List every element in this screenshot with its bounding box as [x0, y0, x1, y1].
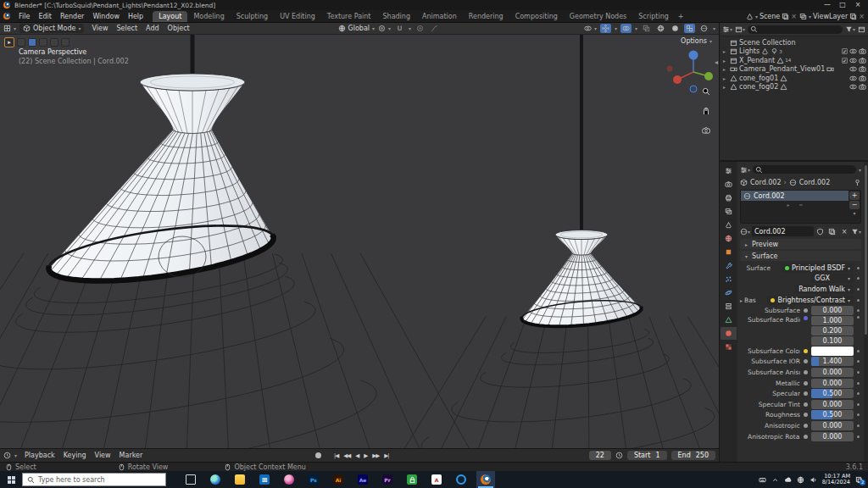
pan-tool-button[interactable] [700, 105, 712, 117]
property-vector-field[interactable]: 0.200 [811, 326, 854, 336]
preview-panel-header[interactable]: ▸Preview [740, 239, 861, 249]
maximize-button[interactable]: □ [836, 1, 849, 10]
select-mode-subtract[interactable] [39, 38, 47, 47]
falloff-dropdown[interactable] [429, 24, 440, 33]
onedrive-icon[interactable] [784, 476, 792, 484]
taskbar-app-edge[interactable] [206, 471, 225, 488]
use-preview-range-icon[interactable] [615, 452, 623, 459]
blender-menu-icon[interactable] [3, 13, 10, 19]
minimize-button[interactable]: — [821, 1, 834, 10]
tab-shading[interactable]: Shading [376, 11, 416, 22]
taskbar-app-store[interactable]: ⊞ [255, 471, 274, 488]
outliner-root-row[interactable]: Scene Collection [721, 38, 866, 47]
new-collection-button[interactable] [858, 25, 865, 33]
hide-viewport-toggle[interactable] [849, 65, 857, 73]
taskbar-app-file-explorer[interactable] [231, 471, 249, 488]
taskbar-app-photoshop[interactable]: Ps [304, 471, 323, 488]
action-center-button[interactable]: 2 [855, 476, 863, 484]
mode-dropdown[interactable]: Object Mode ▾ [19, 24, 84, 33]
breadcrumb-object[interactable]: Cord.002 [750, 179, 782, 186]
timeline-menu-marker[interactable]: Marker [115, 451, 147, 460]
tab-world[interactable] [721, 232, 737, 245]
expander-icon[interactable]: ▸ [740, 297, 743, 303]
outliner-search-input[interactable] [748, 25, 843, 34]
select-mode-intersect[interactable] [61, 38, 70, 47]
tab-output[interactable] [721, 191, 737, 204]
viewlayer-selector[interactable]: ▾ ViewLayer × [799, 13, 865, 20]
object-type-visibility-dropdown[interactable]: ▾ [584, 25, 597, 32]
selectability-checkbox[interactable]: ✓ [842, 48, 848, 54]
taskbar-search-input[interactable]: Type here to search [22, 473, 166, 486]
tab-rendering[interactable]: Rendering [463, 11, 509, 22]
tab-compositing[interactable]: Compositing [509, 11, 564, 22]
property-dropdown[interactable]: Brightness/Contrast▾ [767, 296, 854, 305]
touch-keyboard-icon[interactable] [759, 476, 766, 484]
surface-panel-header[interactable]: ▾Surface [740, 251, 861, 261]
taskbar-app-illustrator[interactable]: Ai [329, 471, 348, 488]
disable-render-toggle[interactable] [859, 47, 866, 55]
shading-solid-button[interactable] [670, 24, 681, 33]
material-name-field[interactable]: Cord.002 [752, 226, 814, 236]
tab-object-data[interactable] [721, 313, 737, 326]
xray-toggle[interactable] [641, 24, 652, 33]
volume-icon[interactable] [810, 476, 817, 484]
tab-constraints[interactable] [721, 300, 737, 313]
unlink-material-button[interactable]: × [839, 226, 849, 236]
close-button[interactable]: × [851, 1, 865, 10]
shading-wireframe-button[interactable] [655, 24, 666, 33]
timeline-menu-playback[interactable]: Playback [20, 451, 59, 460]
browse-material-dropdown[interactable]: ▾ [740, 228, 750, 236]
tab-tool[interactable] [721, 164, 737, 177]
shading-rendered-button[interactable] [698, 24, 709, 33]
tab-particles[interactable] [721, 273, 737, 286]
disable-render-toggle[interactable] [859, 83, 866, 91]
hide-viewport-toggle[interactable] [849, 47, 857, 55]
fake-user-button[interactable] [815, 226, 826, 236]
properties-scrollbar[interactable] [864, 162, 868, 462]
slot-specials-dropdown[interactable]: ▾ [853, 210, 855, 216]
current-frame-field[interactable]: 22 [589, 451, 611, 460]
tab-sculpting[interactable]: Sculpting [231, 11, 274, 22]
disclosure-triangle-icon[interactable]: ▸ [723, 48, 728, 54]
material-specials-dropdown[interactable]: ▾ [851, 228, 861, 236]
property-slider[interactable]: 1.400 [811, 357, 854, 366]
add-material-slot-button[interactable]: + [849, 191, 860, 200]
slot-list-grip[interactable]: ▸ ═ [741, 201, 849, 208]
property-slider[interactable]: 0.000 [811, 306, 854, 315]
taskbar-app-security-app[interactable] [403, 471, 421, 488]
snap-toggle[interactable] [394, 24, 405, 33]
network-icon[interactable] [797, 476, 804, 484]
proportional-editing-toggle[interactable] [415, 24, 426, 33]
disclosure-triangle-icon[interactable]: ▸ [723, 84, 728, 90]
tab-texture[interactable] [721, 341, 737, 353]
hide-viewport-toggle[interactable] [849, 75, 857, 82]
outliner-display-mode-dropdown[interactable]: ▾ [722, 25, 732, 33]
disable-render-toggle[interactable] [859, 65, 866, 73]
snap-target-dropdown[interactable]: ▾ [409, 25, 411, 31]
active-tool-select-box[interactable]: ▸ [4, 37, 14, 47]
taskbar-app-autodesk-app[interactable]: A [427, 471, 446, 488]
property-slider[interactable]: 0.000 [811, 379, 854, 388]
properties-editor-type-button[interactable]: ▾ [740, 166, 750, 174]
pin-icon[interactable] [854, 179, 861, 186]
taskbar-app-blender[interactable] [476, 471, 495, 488]
outliner-collection-dropdown[interactable]: ▾ [735, 25, 745, 33]
property-dropdown[interactable]: Principled BSDF▾ [782, 263, 854, 273]
start-button[interactable] [0, 471, 22, 488]
property-slider[interactable]: 0.000 [811, 400, 854, 409]
property-slider[interactable]: 0.000 [811, 421, 854, 430]
zoom-tool-button[interactable] [700, 86, 712, 97]
shading-material-preview-button[interactable] [684, 24, 695, 33]
play-reverse-button[interactable]: ◀ [353, 452, 360, 459]
menu-render[interactable]: Render [56, 12, 88, 21]
property-dropdown[interactable]: Random Walk▾ [795, 285, 854, 294]
tray-expand-icon[interactable] [771, 476, 779, 484]
disable-render-toggle[interactable] [859, 75, 866, 82]
viewport-menu-add[interactable]: Add [142, 24, 164, 33]
tab-geometry-nodes[interactable]: Geometry Nodes [564, 11, 632, 22]
new-material-button[interactable] [827, 226, 837, 236]
show-gizmo-toggle[interactable] [600, 24, 611, 33]
hide-viewport-toggle[interactable] [849, 57, 857, 64]
previous-keyframe-button[interactable]: ◀◀ [342, 452, 352, 459]
menu-edit[interactable]: Edit [34, 12, 56, 21]
